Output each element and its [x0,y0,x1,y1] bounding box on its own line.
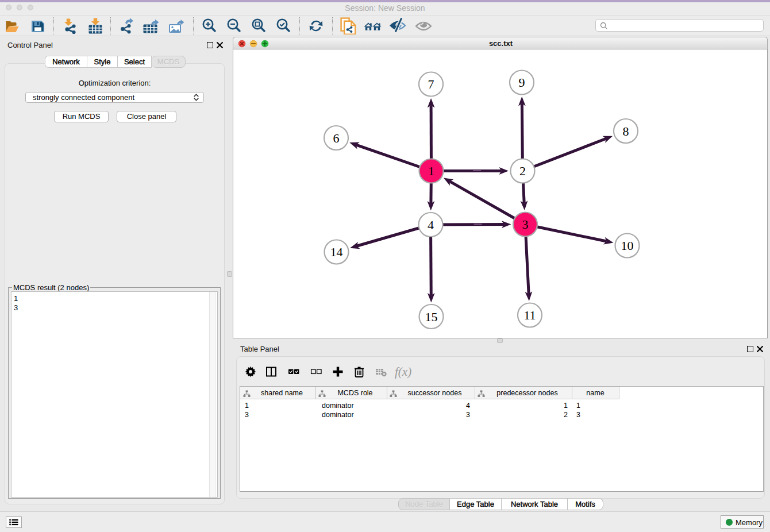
svg-text:1: 1 [428,164,434,178]
svg-text:15: 15 [425,310,438,324]
svg-text:14: 14 [330,245,343,259]
svg-text:3: 3 [522,217,529,232]
svg-text:6: 6 [333,131,340,145]
svg-text:8: 8 [623,124,629,138]
svg-text:7: 7 [428,77,434,91]
svg-text:11: 11 [523,308,536,322]
svg-text:2: 2 [519,164,526,178]
svg-text:4: 4 [428,218,434,232]
svg-text:9: 9 [519,75,525,90]
svg-text:10: 10 [621,238,634,253]
